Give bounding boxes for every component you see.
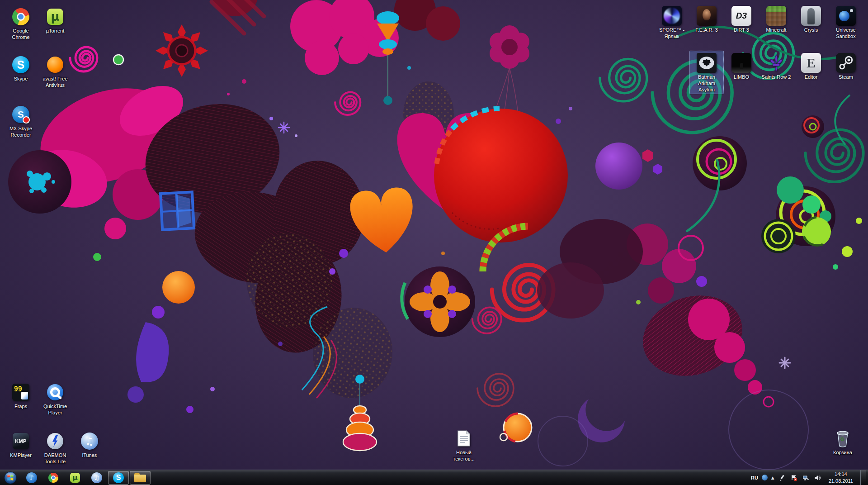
desktop-icon-itunes[interactable]: ♫ iTunes xyxy=(72,429,107,460)
desktop-icon-daemon-tools[interactable]: DAEMON Tools Lite xyxy=(38,429,72,466)
desktop-icon-skype[interactable]: S Skype xyxy=(4,52,38,84)
chrome-icon xyxy=(48,473,58,483)
icon-label: MX Skype Recorder xyxy=(5,126,37,138)
minecraft-icon xyxy=(766,5,786,26)
quicktime-icon xyxy=(47,382,63,403)
svg-text:♻: ♻ xyxy=(840,436,844,442)
clock-time: 14:14 xyxy=(829,471,853,477)
icon-label: DAEMON Tools Lite xyxy=(39,452,71,465)
icon-label: Universe Sandbox xyxy=(830,27,862,40)
pen-input-icon[interactable] xyxy=(778,474,786,482)
kmplayer-icon: KMP xyxy=(13,431,29,452)
icon-label: KMPlayer xyxy=(10,452,32,459)
network-icon[interactable] xyxy=(802,474,810,482)
action-center-flag-icon[interactable] xyxy=(790,474,798,482)
tray-app-icon[interactable] xyxy=(762,475,768,480)
system-tray: RU ▲ xyxy=(749,470,868,485)
taskbar-button-itunes[interactable]: ♫ xyxy=(86,471,107,485)
taskbar-button-media-player[interactable]: ♪ xyxy=(21,471,42,485)
desktop-icon-utorrent[interactable]: µ µTorrent xyxy=(38,5,72,36)
avast-icon xyxy=(47,54,63,75)
desktop-icon-mx-skype-recorder[interactable]: S MX Skype Recorder xyxy=(4,102,38,140)
desktop-icon-editor[interactable]: E Editor xyxy=(794,51,828,82)
icon-label: LIMBO xyxy=(734,74,749,81)
chrome-icon xyxy=(12,6,29,27)
desktop-icon-limbo[interactable]: LIMBO xyxy=(724,51,759,82)
desktop-icon-new-text-document[interactable]: Новый текстов... xyxy=(447,426,481,464)
icon-label: DiRT 3 xyxy=(734,27,749,33)
language-indicator[interactable]: RU xyxy=(751,475,758,480)
universe-sandbox-icon xyxy=(836,5,856,26)
text-document-icon xyxy=(457,428,471,449)
dirt3-icon: D3 xyxy=(731,5,751,26)
mx-skype-recorder-icon: S xyxy=(12,104,29,125)
skype-icon: S xyxy=(12,54,29,75)
windows-orb-icon xyxy=(4,471,17,485)
fear3-icon xyxy=(697,5,717,26)
desktop-root: Google Chrome µ µTorrent S Skype avast! … xyxy=(0,0,868,485)
itunes-icon: ♫ xyxy=(91,472,102,483)
desktop-icon-fear3[interactable]: F.E.A.R. 3 xyxy=(689,4,724,35)
fraps-icon: 99 xyxy=(12,382,29,403)
icon-label: iTunes xyxy=(82,452,97,459)
folder-icon xyxy=(134,473,146,482)
icon-label: µTorrent xyxy=(46,28,65,34)
taskbar-button-utorrent[interactable]: µ xyxy=(65,471,85,485)
icon-label: Steam xyxy=(839,74,853,81)
volume-icon[interactable] xyxy=(813,474,821,482)
taskbar-button-explorer[interactable] xyxy=(130,471,151,485)
clock[interactable]: 14:14 21.08.2011 xyxy=(825,471,857,484)
steam-icon xyxy=(836,52,856,73)
desktop-icon-saints-row-2[interactable]: Saints Row 2 xyxy=(759,51,793,82)
crysis-icon xyxy=(801,5,821,26)
desktop-icon-crysis[interactable]: Crysis xyxy=(794,4,828,35)
icon-label: Saints Row 2 xyxy=(762,74,791,81)
icon-label: Minecraft xyxy=(766,27,786,33)
utorrent-icon: µ xyxy=(70,473,80,483)
icon-label: Google Chrome xyxy=(5,28,37,41)
desktop-icon-dirt3[interactable]: D3 DiRT 3 xyxy=(724,4,759,35)
icon-label: Fraps xyxy=(14,404,27,410)
icon-label: avast! Free Antivirus xyxy=(39,76,71,89)
desktop-icon-minecraft[interactable]: Minecraft xyxy=(759,4,793,35)
itunes-icon: ♫ xyxy=(81,431,98,452)
media-player-icon: ♪ xyxy=(26,472,37,483)
desktop-icon-google-chrome[interactable]: Google Chrome xyxy=(4,5,38,42)
icon-label: Корзина xyxy=(833,450,852,456)
desktop-icon-quicktime[interactable]: QuickTime Player xyxy=(38,380,72,418)
icon-label: Skype xyxy=(14,76,28,82)
desktop-icon-kmplayer[interactable]: KMP KMPlayer xyxy=(4,429,38,460)
taskbar: ♪ µ ♫ S RU ▲ xyxy=(0,470,868,485)
icon-label: QuickTime Player xyxy=(39,404,71,416)
spore-icon xyxy=(662,5,682,26)
skype-icon: S xyxy=(113,472,124,483)
utorrent-icon: µ xyxy=(47,6,63,27)
desktop-icon-avast[interactable]: avast! Free Antivirus xyxy=(38,52,72,90)
icon-label: Crysis xyxy=(804,27,818,33)
show-hidden-icons-button[interactable]: ▲ xyxy=(771,475,774,480)
desktop-icon-recycle-bin[interactable]: ♻ Корзина xyxy=(826,426,860,457)
desktop-icon-batman-arkham-asylum[interactable]: Batman Arkham Asylum xyxy=(689,51,724,94)
desktop-icon-spore[interactable]: SPORE™ - Ярлык xyxy=(655,4,689,41)
icon-label: F.E.A.R. 3 xyxy=(695,27,718,33)
start-button[interactable] xyxy=(0,470,21,485)
taskbar-button-skype[interactable]: S xyxy=(108,471,129,485)
icon-label: Editor xyxy=(805,74,818,81)
limbo-icon xyxy=(731,52,751,73)
clock-date: 21.08.2011 xyxy=(829,478,853,484)
saints-row-fleur-de-lis-icon xyxy=(767,52,786,73)
batman-icon xyxy=(697,52,717,73)
desktop-icon-universe-sandbox[interactable]: Universe Sandbox xyxy=(829,4,863,41)
daemon-tools-icon xyxy=(47,431,63,452)
show-desktop-button[interactable] xyxy=(860,470,866,485)
icon-label: Новый текстов... xyxy=(448,450,480,462)
desktop-icon-fraps[interactable]: 99 Fraps xyxy=(4,380,38,411)
taskbar-button-chrome[interactable] xyxy=(43,471,64,485)
desktop-icon-steam[interactable]: Steam xyxy=(829,51,863,82)
icon-label: Batman Arkham Asylum xyxy=(690,74,723,93)
editor-icon: E xyxy=(801,52,821,73)
recycle-bin-icon: ♻ xyxy=(835,428,851,449)
icon-label: SPORE™ - Ярлык xyxy=(656,27,688,40)
